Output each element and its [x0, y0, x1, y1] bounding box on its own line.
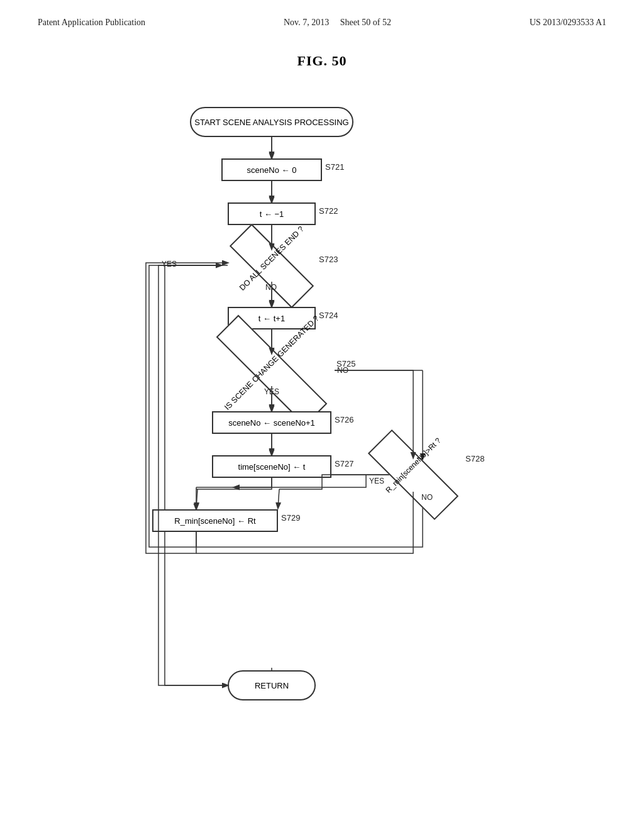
s725-yes-label: YES [264, 387, 279, 396]
s729-label: S729 [281, 513, 300, 523]
s726-label: S726 [335, 415, 353, 424]
s729-node: R_min[sceneNo] ← Rt [152, 509, 278, 532]
loop-arrows [102, 94, 542, 773]
s723-step: S723 [319, 255, 338, 264]
svg-line-21 [196, 489, 197, 508]
page-header: Patent Application Publication Nov. 7, 2… [0, 0, 644, 34]
s725-node [216, 315, 328, 426]
start-node: START SCENE ANALYSIS PROCESSING [190, 107, 353, 137]
s728-yes-label: YES [369, 477, 384, 485]
s723-node [230, 224, 314, 308]
s728-no-label: NO [421, 493, 433, 502]
s727-label: S727 [335, 459, 353, 468]
header-date-sheet: Nov. 7, 2013 Sheet 50 of 52 [284, 18, 391, 28]
return-node: RETURN [228, 670, 316, 700]
s728-step: S728 [465, 454, 484, 463]
svg-line-23 [278, 489, 279, 508]
header-patent-number: US 2013/0293533 A1 [530, 18, 606, 28]
s721-label: S721 [325, 162, 344, 172]
header-publisher: Patent Application Publication [38, 18, 145, 28]
s721-node: sceneNo ← 0 [221, 158, 322, 181]
figure-title: FIG. 50 [0, 53, 644, 69]
s728-node [368, 429, 458, 520]
s723-yes-label: YES [162, 260, 177, 268]
header-sheet: Sheet 50 of 52 [340, 18, 391, 27]
header-date: Nov. 7, 2013 [284, 18, 329, 27]
s723-no-label: NO [265, 283, 277, 292]
s725-no-label: NO [337, 366, 348, 375]
arrows-svg [102, 94, 542, 773]
s726-node: sceneNo ← sceneNo+1 [212, 411, 331, 434]
s727-node: time[sceneNo] ← t [212, 455, 331, 478]
flowchart-diagram: START SCENE ANALYSIS PROCESSING sceneNo … [102, 94, 542, 773]
